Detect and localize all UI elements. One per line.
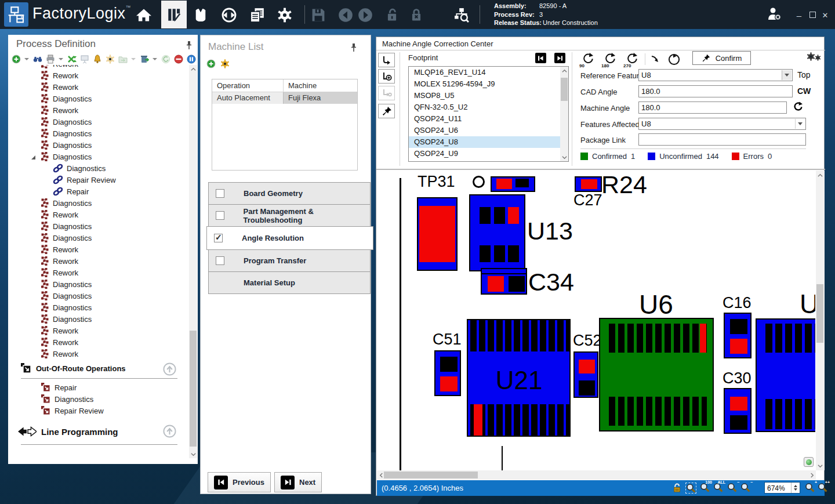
tree-item[interactable]: Rework xyxy=(8,267,188,278)
tree-item[interactable]: Diagnostics xyxy=(8,313,188,325)
alert-bell-icon[interactable] xyxy=(92,55,102,64)
footprint-item[interactable]: QFN-32-0.5_U2 xyxy=(409,101,561,113)
scroll-down-icon[interactable] xyxy=(816,462,824,470)
add-dropdown-caret[interactable] xyxy=(24,58,29,60)
tree-item[interactable]: Rework xyxy=(8,209,188,220)
tree-item[interactable]: Repair xyxy=(8,186,188,197)
pcb-component-u6[interactable] xyxy=(599,318,714,432)
scrollbar-thumb[interactable] xyxy=(384,472,478,478)
pcb-component[interactable] xyxy=(575,176,602,192)
next-footprint-icon[interactable] xyxy=(554,53,565,63)
rotate-90-icon[interactable]: 90 xyxy=(579,52,597,67)
tree-item[interactable]: Diagnostics xyxy=(8,128,188,139)
zoom-in-step-icon[interactable]: ++ xyxy=(818,483,829,494)
process-audit-icon[interactable] xyxy=(453,6,470,24)
machine-settings-gear-icon[interactable] xyxy=(220,59,230,68)
fit-view-button[interactable] xyxy=(804,457,814,467)
tree-item[interactable]: Rework xyxy=(8,325,188,336)
lock-cancel-icon[interactable] xyxy=(408,6,425,24)
user-logout-icon[interactable] xyxy=(765,5,783,23)
zoom-100-icon[interactable]: 100 xyxy=(700,483,711,494)
out-of-route-item[interactable]: Repair xyxy=(41,382,104,393)
process-editor-icon[interactable] xyxy=(161,1,187,28)
step-row[interactable]: ✓ Board Geometry xyxy=(208,182,371,205)
block-icon[interactable] xyxy=(173,55,183,64)
footprint-item[interactable]: QSOP24_U9 xyxy=(409,148,561,159)
pcb-component-c52[interactable] xyxy=(573,351,598,398)
line-programming-header[interactable]: Line Programming xyxy=(18,426,118,437)
zoom-out-step-icon[interactable]: − xyxy=(740,483,752,494)
tree-item[interactable]: Diagnostics xyxy=(8,162,188,174)
out-of-route-item[interactable]: Repair Review xyxy=(41,405,104,416)
pcb-component[interactable] xyxy=(491,176,535,192)
tree-item[interactable]: Rework xyxy=(8,255,188,267)
tree-item[interactable]: Diagnostics xyxy=(8,151,188,162)
footprint-item[interactable]: QSOP24_U6 xyxy=(409,125,561,136)
rotate-footprint-icon[interactable] xyxy=(378,53,395,67)
footprint-item[interactable]: MLQP16_REV1_U14 xyxy=(409,67,561,78)
add-operation-icon[interactable] xyxy=(11,55,21,64)
footprint-item[interactable]: QSOP24_U8 xyxy=(409,136,561,148)
pcb-horizontal-scrollbar[interactable] xyxy=(377,470,816,480)
expander-icon[interactable] xyxy=(31,155,35,159)
documents-icon[interactable] xyxy=(248,6,266,24)
zoom-out-icon[interactable]: − xyxy=(727,483,738,494)
next-button[interactable]: Next xyxy=(274,472,322,492)
pcb-component-tp31[interactable] xyxy=(417,197,458,271)
scroll-right-icon[interactable] xyxy=(808,471,816,479)
tree-scrollbar[interactable] xyxy=(189,65,197,458)
tree-item[interactable]: Rework xyxy=(8,348,188,360)
step-row[interactable]: ✓ Material Setup xyxy=(208,271,371,294)
pcb-component-u-right[interactable] xyxy=(756,318,815,432)
settings-gear-icon[interactable] xyxy=(276,6,293,24)
scrollbar-thumb[interactable] xyxy=(190,331,197,447)
zoom-level-input[interactable]: 674% xyxy=(764,482,800,494)
tree-item[interactable]: Rework xyxy=(8,244,188,255)
add-rotation-icon[interactable] xyxy=(378,69,395,84)
undo-icon[interactable] xyxy=(337,6,354,24)
machine-cell[interactable]: Fuji Flexa xyxy=(284,92,357,104)
settings-gear-pale-icon[interactable] xyxy=(105,55,115,64)
previous-footprint-icon[interactable] xyxy=(535,53,546,63)
step-row[interactable]: ✓ Part Management & Troubleshooting xyxy=(208,204,371,227)
save-icon[interactable] xyxy=(310,6,327,24)
presentation-icon[interactable] xyxy=(79,55,89,64)
apply-arrow-icon[interactable] xyxy=(650,55,660,67)
pcb-component-c34[interactable] xyxy=(481,268,527,295)
materials-icon[interactable] xyxy=(192,6,209,24)
footprint-item[interactable]: MSOP8_U5 xyxy=(409,90,561,101)
tree-item[interactable]: Diagnostics xyxy=(8,302,188,313)
delete-restore-icon[interactable] xyxy=(139,55,149,64)
step-row[interactable]: ✓ Program Transfer xyxy=(208,249,371,272)
step-checkbox[interactable]: ✓ xyxy=(216,189,224,198)
pin-icon[interactable] xyxy=(186,41,193,50)
reset-rotation-icon[interactable] xyxy=(668,53,680,68)
chevron-down-icon[interactable] xyxy=(795,119,805,129)
tree-item[interactable]: Diagnostics xyxy=(8,197,188,209)
reference-feature-combobox[interactable]: U8 xyxy=(638,69,793,81)
pcb-component-u21[interactable]: U21 xyxy=(467,319,571,437)
tree-item[interactable]: Rework xyxy=(8,336,188,348)
zoom-all-icon[interactable]: ALL xyxy=(713,483,724,494)
scrollbar-thumb[interactable] xyxy=(561,78,568,101)
rotate-270-icon[interactable]: 270 xyxy=(623,52,641,67)
tree-item[interactable]: Rework xyxy=(8,104,188,116)
minimize-button[interactable] xyxy=(793,10,805,21)
promote-line-programming-icon[interactable] xyxy=(163,425,176,438)
previous-button[interactable]: Previous xyxy=(208,472,271,492)
scroll-up-icon[interactable] xyxy=(189,65,197,73)
move-origin-icon[interactable] xyxy=(378,86,395,100)
folder-dropdown-caret[interactable] xyxy=(131,58,136,60)
pin-icon[interactable] xyxy=(350,43,357,52)
pcb-component-c16[interactable] xyxy=(724,313,752,358)
pcb-component-c51[interactable] xyxy=(434,350,461,396)
zoom-window-icon[interactable] xyxy=(685,483,696,494)
step-row[interactable]: ✓ Angle Resolution xyxy=(206,226,373,250)
cad-angle-input[interactable] xyxy=(638,85,793,97)
sync-operations-icon[interactable] xyxy=(67,55,77,64)
column-machine[interactable]: Machine xyxy=(284,79,357,92)
tree-item[interactable]: Diagnostics xyxy=(8,232,188,244)
confirm-button[interactable]: Confirm xyxy=(692,51,751,65)
folder-sync-icon[interactable] xyxy=(118,55,128,64)
close-button[interactable] xyxy=(819,10,831,21)
